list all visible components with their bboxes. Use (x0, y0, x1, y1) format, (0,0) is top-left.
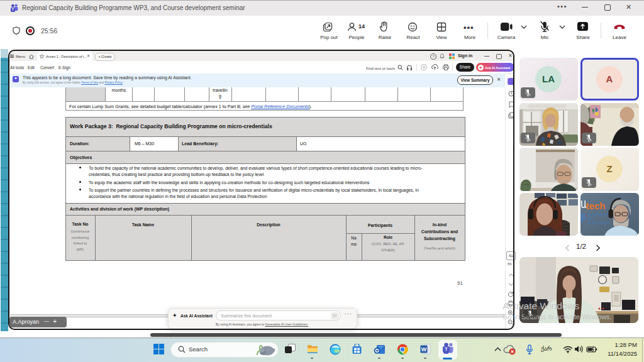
svg-text:tech: tech (586, 200, 606, 211)
svg-text:DES: DES (587, 217, 594, 221)
svg-text:W: W (421, 346, 427, 353)
svg-text:SAARLANDES: SAARLANDES (587, 221, 609, 225)
svg-text:T: T (445, 347, 448, 351)
svg-text:UNIVERSITÄT: UNIVERSITÄT (587, 213, 608, 217)
